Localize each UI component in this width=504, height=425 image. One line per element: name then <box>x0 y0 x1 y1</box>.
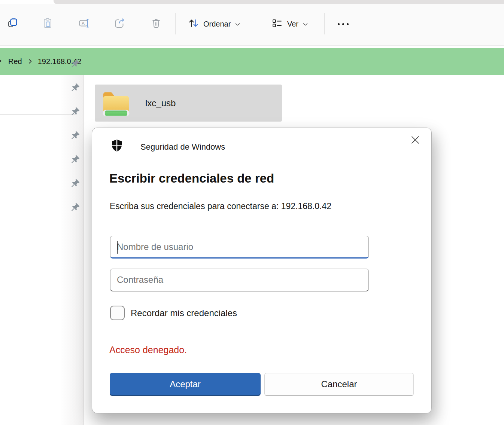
copy-button[interactable] <box>3 13 24 34</box>
text-caret <box>117 241 118 254</box>
view-icon <box>271 17 283 31</box>
pushpin-icon[interactable] <box>70 107 80 117</box>
svg-text:A: A <box>82 21 85 26</box>
tab-strip-background <box>54 0 504 4</box>
share-button[interactable] <box>109 13 130 34</box>
navigation-pane <box>0 75 84 425</box>
folder-name: lxc_usb <box>145 98 176 108</box>
breadcrumb-network[interactable]: Red <box>8 57 22 66</box>
close-button[interactable] <box>407 132 423 148</box>
toolbar-separator <box>175 13 176 34</box>
chevron-down-icon <box>303 20 308 28</box>
paste-icon <box>42 17 54 31</box>
dialog-title: Escribir credenciales de red <box>109 171 274 186</box>
accept-button[interactable]: Aceptar <box>110 373 261 396</box>
sort-label: Ordenar <box>203 20 231 28</box>
folder-item-lxc-usb[interactable]: lxc_usb <box>95 85 282 122</box>
pushpin-icon[interactable] <box>70 59 80 69</box>
trash-icon <box>150 17 162 31</box>
pushpin-icon[interactable] <box>70 131 80 141</box>
pushpin-icon[interactable] <box>70 202 80 213</box>
close-icon <box>411 135 420 146</box>
share-icon <box>114 17 126 31</box>
more-icon <box>338 23 349 25</box>
more-options-button[interactable] <box>333 13 353 34</box>
tab-strip <box>0 0 504 4</box>
windows-security-shield-icon <box>111 139 123 153</box>
username-input[interactable] <box>110 236 369 259</box>
dialog-subtitle: Escriba sus credenciales para conectarse… <box>110 201 331 211</box>
view-dropdown[interactable]: Ver <box>267 13 312 34</box>
view-label: Ver <box>287 20 298 28</box>
cancel-button[interactable]: Cancelar <box>264 373 414 396</box>
error-message: Acceso denegado. <box>109 345 187 355</box>
rename-button[interactable]: A <box>74 13 95 34</box>
nav-divider <box>0 402 76 402</box>
chevron-right-icon <box>0 57 3 66</box>
windows-security-dialog: Seguridad de Windows Escribir credencial… <box>92 128 432 413</box>
network-folder-icon <box>100 88 132 119</box>
chevron-right-icon <box>28 57 33 66</box>
chevron-down-icon <box>235 20 240 28</box>
command-toolbar: A <box>0 4 504 46</box>
copy-icon <box>7 17 19 31</box>
remember-credentials-checkbox[interactable] <box>110 306 125 320</box>
pushpin-icon[interactable] <box>70 83 80 93</box>
remember-credentials-label[interactable]: Recordar mis credenciales <box>131 308 237 318</box>
dialog-app-title: Seguridad de Windows <box>140 142 225 152</box>
sort-icon <box>188 18 199 31</box>
pushpin-icon[interactable] <box>70 155 80 165</box>
rename-icon: A <box>78 17 90 31</box>
paste-button[interactable] <box>37 13 58 34</box>
password-input[interactable] <box>110 269 369 291</box>
sort-dropdown[interactable]: Ordenar <box>184 13 244 34</box>
pushpin-icon[interactable] <box>70 178 80 189</box>
toolbar-separator <box>324 13 325 34</box>
delete-button[interactable] <box>146 13 167 34</box>
nav-divider <box>0 114 76 115</box>
